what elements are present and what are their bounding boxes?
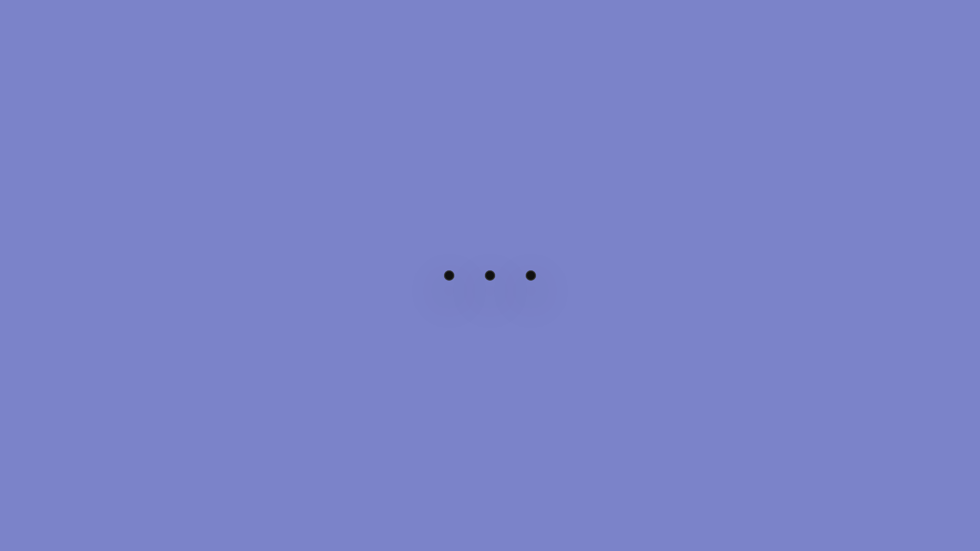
phones-container: 9:41 ▊▊▊ ▓ ⛵ [0, 0, 980, 551]
phone3-shell: @wuuuuuuump Trying out some new dance mo… [526, 270, 536, 281]
phone1-shell: 9:41 ▊▊▊ ▓ ⛵ [444, 270, 454, 281]
phone2-shell: 9:41 ▊▊▊ ▓ [485, 270, 495, 281]
